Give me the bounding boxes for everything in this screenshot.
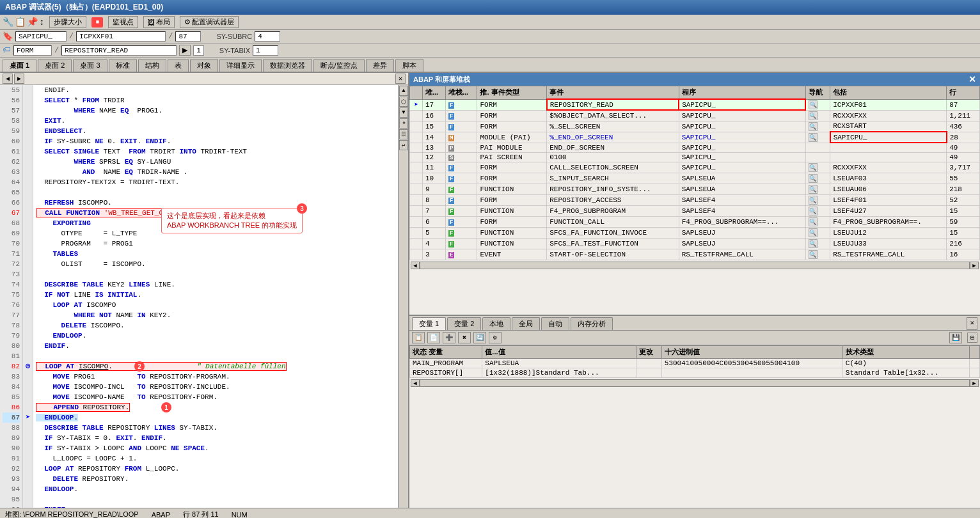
var-row-1[interactable]: MAIN_PROGRAM SAPLSEUA 5300410050004C0053…	[410, 359, 980, 368]
stack-row-6[interactable]: 6 F FORM FUNCTION_CALL F4_PROG_SUBPROGRA…	[410, 216, 980, 227]
var-tab-2[interactable]: 变量 2	[447, 317, 481, 330]
toolbar-icon-2[interactable]: 📋	[15, 17, 26, 27]
col-event[interactable]: 事件	[547, 86, 679, 100]
stack-row-7[interactable]: 7 F FUNCTION F4_PROG_SUBPROGRAM SAPLSEF4…	[410, 205, 980, 216]
config-btn[interactable]: ⚙ 配置调试器层	[180, 16, 239, 28]
layout-btn[interactable]: 🖼 布局	[143, 16, 175, 28]
var-tab-memory[interactable]: 内存分析	[571, 317, 613, 330]
var-tab-global[interactable]: 全局	[512, 317, 540, 330]
stack-row-12[interactable]: 12 S PAI SCREEN 0100 SAPICPU_ 49	[410, 152, 980, 162]
var-btn-add[interactable]: ➕	[443, 332, 455, 343]
toolbar-icon-1[interactable]: 🔧	[3, 17, 13, 27]
code-scroll-area[interactable]: 55 56 57 58 59 60 61 62 63 64 65 66 67 6…	[0, 85, 408, 508]
scroll-right[interactable]: ▶	[14, 74, 24, 84]
side-btn-4[interactable]: ⌖	[399, 118, 408, 129]
stack-row-4[interactable]: 4 F FUNCTION SFCS_FA_TEST_FUNCTION SAPLS…	[410, 238, 980, 249]
vcol-change[interactable]: 更改	[636, 346, 661, 359]
tab-object[interactable]: 对象	[190, 59, 218, 72]
stack-row-11[interactable]: 11 F FORM CALL_SELECTION_SCREEN SAPICPU_…	[410, 162, 980, 173]
line-72: OLIST = ISCOMPO.	[36, 260, 146, 268]
stack-close[interactable]: ✕	[968, 74, 976, 84]
r16-include: RCXXXFXX	[830, 110, 947, 121]
tab-diff[interactable]: 差异	[366, 59, 394, 72]
tab-desktop2[interactable]: 桌面 2	[38, 59, 72, 72]
stack-row-10[interactable]: 10 F FORM S_INPUT_SEARCH SAPLSEUA 🔍 LSEU…	[410, 173, 980, 184]
tab-standard[interactable]: 标准	[109, 59, 137, 72]
tab-detail[interactable]: 详细显示	[219, 59, 262, 72]
var-btn-expand[interactable]: ⊞	[967, 333, 977, 343]
col-line[interactable]: 行	[947, 86, 980, 100]
col-stack-num[interactable]: 堆...	[423, 86, 446, 100]
var-btn-copy[interactable]: 📋	[412, 332, 425, 343]
stack-row-5[interactable]: 5 F FUNCTION SFCS_FA_FUNCTION_INVOCE SAP…	[410, 227, 980, 238]
var-tab-auto[interactable]: 自动	[541, 317, 569, 330]
vcol-type[interactable]: 技术类型	[842, 346, 969, 359]
scroll-left[interactable]: ◀	[3, 74, 13, 84]
side-btn-2[interactable]: ⬡	[399, 97, 408, 107]
var-hscroll-right[interactable]: ▶	[970, 379, 979, 387]
vcol-hex[interactable]: 十六进制值	[661, 346, 842, 359]
code-content[interactable]: ENDIF. SELECT * FROM TRDIR WHERE NAME EQ…	[33, 85, 398, 508]
tab-table[interactable]: 表	[168, 59, 189, 72]
watchpoint-btn[interactable]: 监视点	[108, 16, 138, 28]
r16-line: 1,211	[947, 110, 980, 121]
play-btn[interactable]: ▶	[179, 45, 191, 56]
type-input[interactable]: FORM	[13, 45, 52, 56]
col-include[interactable]: 包括	[830, 86, 947, 100]
badge-3: 3	[297, 203, 307, 214]
var-btn-save[interactable]: 💾	[949, 332, 962, 343]
stop-icon[interactable]: ■	[91, 17, 103, 27]
var-btn-paste[interactable]: 📄	[427, 332, 440, 343]
col-event-type[interactable]: 推. 事件类型	[477, 86, 547, 100]
var-tab-1[interactable]: 变量 1	[412, 317, 446, 330]
stack-row-9[interactable]: 9 F FUNCTION REPOSITORY_INFO_SYSTE... SA…	[410, 184, 980, 194]
line-74: DESCRIBE TABLE KEY2 LINES LINE.	[36, 281, 175, 288]
line-input[interactable]: 87	[175, 31, 201, 42]
col-program[interactable]: 程序	[679, 86, 805, 100]
program-input[interactable]: SAPICPU_	[15, 31, 67, 42]
stack-row-15[interactable]: 15 F FORM %_SEL_SCREEN SAPICPU_ 🔍 RCXSTA…	[410, 121, 980, 132]
stack-row-16[interactable]: 16 F FORM $%OBJECT_DATA_SELECT... SAPICP…	[410, 110, 980, 121]
tab-breakpoint[interactable]: 断点/监控点	[313, 59, 365, 72]
tab-desktop3[interactable]: 桌面 3	[73, 59, 107, 72]
v1-var: MAIN_PROGRAM	[410, 359, 482, 368]
var-tab-local[interactable]: 本地	[482, 317, 510, 330]
stack-row-14[interactable]: 14 M MODULE (PAI) %_END_OF_SCREEN SAPICP…	[410, 132, 980, 143]
r16-icon: F	[445, 110, 477, 121]
module-input[interactable]: ICPXXF01	[76, 31, 166, 42]
var-close[interactable]: ✕	[967, 317, 977, 330]
col-nav[interactable]: 导航	[805, 86, 830, 100]
tab-script[interactable]: 脚本	[395, 59, 423, 72]
tab-bar: 桌面 1 桌面 2 桌面 3 标准 结构 表 对象 详细显示 数据浏览器 断点/…	[0, 58, 980, 73]
stack-row-3[interactable]: 3 E EVENT START-OF-SELECTION RS_TESTFRAM…	[410, 249, 980, 260]
sy-subrc-val[interactable]: 4	[255, 31, 280, 42]
col-stack-detail[interactable]: 堆栈...	[445, 86, 477, 100]
var-hscroll-left[interactable]: ◀	[411, 379, 420, 387]
step-size-btn[interactable]: 步骤大小	[49, 16, 86, 28]
sy-tabix-val[interactable]: 1	[253, 45, 278, 56]
var-btn-del[interactable]: ✖	[458, 332, 471, 343]
side-btn-1[interactable]: ▲	[399, 86, 408, 96]
side-btn-3[interactable]: ▼	[399, 107, 408, 118]
var-btn-settings[interactable]: ⚙	[489, 332, 502, 343]
hscroll-left[interactable]: ◀	[411, 262, 420, 269]
toolbar-icon-4[interactable]: ↕	[39, 17, 44, 27]
vcol-status[interactable]: 状态 变量	[410, 346, 482, 359]
var-table-container[interactable]: 状态 变量 值...值 更改 十六进制值 技术类型 MAIN_PROGRAM S…	[409, 345, 980, 508]
hscroll-right[interactable]: ▶	[970, 262, 979, 269]
name-input[interactable]: REPOSITORY_READ	[61, 45, 177, 56]
side-btn-5[interactable]: ☰	[399, 129, 408, 139]
side-btn-6[interactable]: ↩	[399, 140, 408, 150]
stack-row-17[interactable]: ➤ 17 F FORM REPOSITORY_READ SAPICPU_ 🔍 I…	[410, 99, 980, 110]
vcol-value[interactable]: 值...值	[482, 346, 636, 359]
tab-desktop1[interactable]: 桌面 1	[3, 59, 36, 72]
stack-table-container[interactable]: 堆... 堆栈... 推. 事件类型 事件 程序 导航 包括 行	[409, 86, 980, 315]
stack-row-13[interactable]: 13 P PAI MODULE END_OF_SCREEN SAPICPU_ 4…	[410, 143, 980, 152]
panel-close-code[interactable]: ✕	[395, 74, 406, 84]
tab-structure[interactable]: 结构	[138, 59, 166, 72]
toolbar-icon-3[interactable]: 📌	[27, 17, 38, 27]
var-btn-refresh[interactable]: 🔄	[473, 332, 486, 343]
tab-browser[interactable]: 数据浏览器	[263, 59, 312, 72]
var-row-2[interactable]: REPOSITORY[] [1x32(1888)]Standard Tab...…	[410, 368, 980, 378]
stack-row-8[interactable]: 8 F FORM REPOSITORY_ACCESS SAPLSEF4 🔍 LS…	[410, 194, 980, 205]
